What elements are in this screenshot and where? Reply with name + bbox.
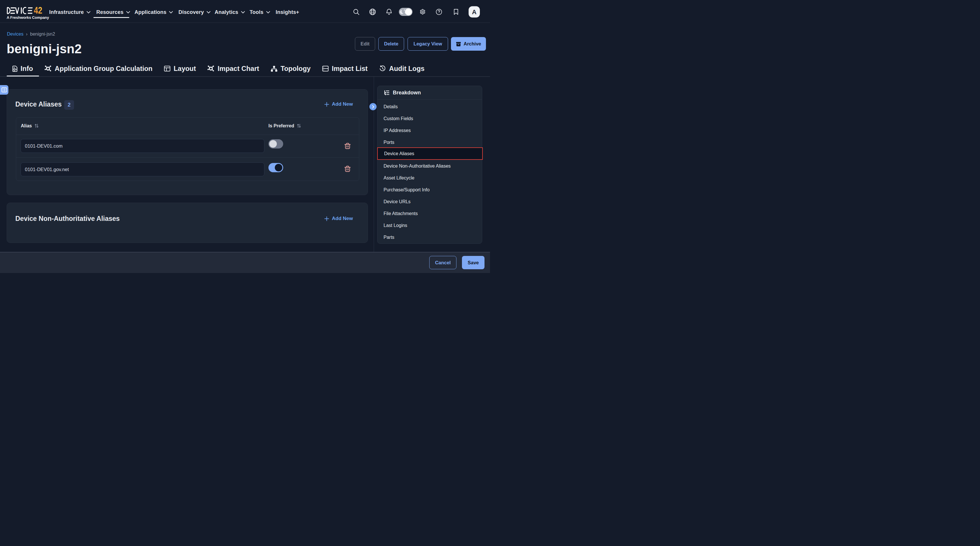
svg-text:A Freshworks Company: A Freshworks Company <box>6 15 49 20</box>
svg-text:42: 42 <box>34 7 42 16</box>
